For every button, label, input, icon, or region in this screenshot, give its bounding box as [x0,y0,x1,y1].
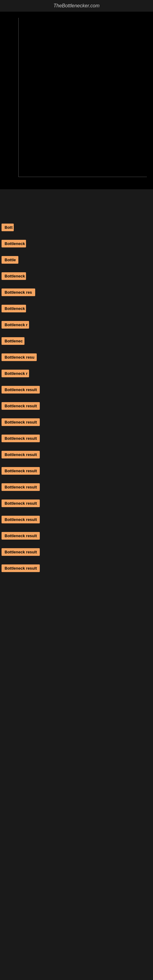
result-item: Bottleneck [0,269,153,285]
y-axis-line [18,18,19,177]
result-badge: Bottleneck r [2,370,29,377]
result-badge: Bottleneck result [2,516,40,523]
result-badge: Bottleneck [2,272,26,280]
result-item: Bottleneck result [0,496,153,512]
result-item: Bottleneck result [0,512,153,528]
result-badge: Bottleneck result [2,386,40,393]
mid-spacer [0,189,153,214]
result-item: Bottleneck r [0,317,153,334]
result-item: Bott [0,220,153,236]
x-axis-line [18,177,147,177]
chart-area [0,12,153,189]
result-item: Bottleneck result [0,544,153,561]
result-badge: Bottleneck res [2,288,35,296]
site-title: TheBottlenecker.com [0,0,153,12]
result-badge: Bottleneck [2,305,26,312]
result-badge: Bottleneck result [2,483,40,491]
site-title-bar: TheBottlenecker.com [0,0,153,12]
result-item: Bottleneck res [0,285,153,301]
result-badge: Bottleneck result [2,451,40,458]
result-badge: Bottle [2,256,18,264]
result-badge: Bottleneck result [2,402,40,410]
result-badge: Bottleneck result [2,434,40,442]
result-item: Bottleneck resu [0,350,153,366]
result-badge: Bottleneck result [2,548,40,556]
result-item: Bottleneck result [0,415,153,431]
result-item: Bottleneck result [0,447,153,463]
result-badge: Bottleneck r [2,321,29,329]
result-item: Bottle [0,252,153,269]
result-badge: Bottleneck result [2,418,40,426]
result-item: Bottleneck result [0,398,153,415]
result-item: Bottleneck result [0,382,153,398]
results-section: BottBottleneckBottleBottleneckBottleneck… [0,214,153,577]
result-badge: Bott [2,224,14,231]
result-item: Bottleneck result [0,480,153,496]
result-badge: Bottleneck result [2,467,40,475]
result-badge: Bottleneck result [2,532,40,539]
result-badge: Bottleneck resu [2,353,37,361]
result-item: Bottleneck result [0,528,153,544]
result-badge: Bottleneck result [2,565,40,572]
result-item: Bottleneck [0,236,153,252]
result-item: Bottleneck result [0,561,153,577]
result-badge: Bottlenec [2,337,24,345]
result-badge: Bottleneck [2,240,26,247]
result-badge: Bottleneck result [2,500,40,507]
result-item: Bottleneck result [0,431,153,447]
result-item: Bottleneck r [0,366,153,382]
result-item: Bottleneck [0,301,153,317]
result-item: Bottlenec [0,334,153,350]
result-item: Bottleneck result [0,463,153,480]
